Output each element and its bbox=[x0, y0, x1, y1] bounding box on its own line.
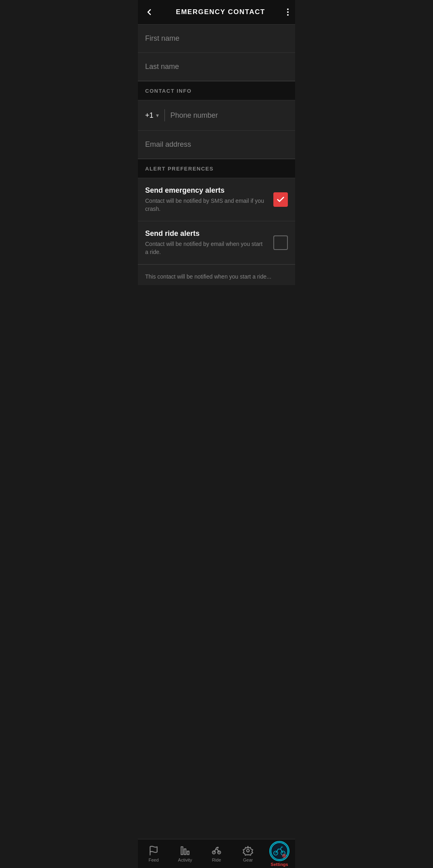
svg-rect-2 bbox=[184, 849, 186, 854]
svg-rect-3 bbox=[187, 851, 189, 855]
feed-icon bbox=[148, 845, 159, 856]
ride-label: Ride bbox=[212, 858, 221, 862]
partial-next-section: This contact will be notified when you s… bbox=[138, 264, 295, 285]
ride-alerts-content: Send ride alerts Contact will be notifie… bbox=[145, 229, 273, 256]
svg-point-7 bbox=[247, 849, 250, 852]
partial-section-text: This contact will be notified when you s… bbox=[145, 273, 288, 281]
nav-item-activity[interactable]: Activity bbox=[169, 839, 201, 868]
nav-item-feed[interactable]: Feed bbox=[138, 839, 169, 868]
last-name-field[interactable] bbox=[138, 53, 295, 81]
app-header: EMERGENCY CONTACT bbox=[138, 0, 295, 24]
cycling-chill-logo bbox=[269, 841, 289, 861]
more-button[interactable] bbox=[287, 8, 289, 16]
gear-icon bbox=[243, 845, 253, 856]
alert-preferences-section-header: ALERT PREFERENCES bbox=[138, 159, 295, 178]
bottom-navigation: Feed Activity Ride Gear bbox=[138, 839, 295, 868]
ride-alerts-item: Send ride alerts Contact will be notifie… bbox=[138, 221, 295, 264]
activity-label: Activity bbox=[178, 858, 192, 862]
back-button[interactable] bbox=[144, 7, 154, 17]
ride-alerts-checkbox[interactable] bbox=[273, 235, 288, 250]
gear-label: Gear bbox=[243, 858, 253, 862]
svg-rect-1 bbox=[181, 847, 183, 855]
last-name-input[interactable] bbox=[145, 62, 288, 71]
main-content: CONTACT INFO +1 ▾ ALERT PREFERENCES Send… bbox=[138, 25, 295, 839]
activity-icon bbox=[180, 845, 190, 856]
page-title: EMERGENCY CONTACT bbox=[176, 8, 265, 16]
emergency-alerts-desc: Contact will be notified by SMS and emai… bbox=[145, 197, 267, 213]
country-code-selector[interactable]: +1 ▾ bbox=[145, 111, 164, 120]
emergency-alerts-checkbox[interactable] bbox=[273, 192, 288, 207]
chevron-down-icon: ▾ bbox=[156, 112, 159, 119]
ride-alerts-title: Send ride alerts bbox=[145, 229, 267, 238]
phone-number-input[interactable] bbox=[171, 111, 288, 120]
contact-info-section-header: CONTACT INFO bbox=[138, 81, 295, 100]
email-field[interactable] bbox=[138, 131, 295, 159]
first-name-field[interactable] bbox=[138, 25, 295, 53]
nav-item-ride[interactable]: Ride bbox=[201, 839, 232, 868]
contact-info-label: CONTACT INFO bbox=[145, 88, 192, 94]
svg-point-6 bbox=[217, 847, 218, 848]
nav-item-gear[interactable]: Gear bbox=[232, 839, 264, 868]
ride-icon bbox=[211, 845, 222, 856]
svg-point-12 bbox=[283, 855, 285, 857]
phone-field[interactable]: +1 ▾ bbox=[138, 100, 295, 131]
ride-alerts-desc: Contact will be notified by email when y… bbox=[145, 240, 267, 256]
feed-label: Feed bbox=[148, 858, 158, 862]
country-code-value: +1 bbox=[145, 111, 154, 120]
emergency-alerts-item: Send emergency alerts Contact will be no… bbox=[138, 178, 295, 221]
first-name-input[interactable] bbox=[145, 34, 288, 43]
phone-field-divider bbox=[164, 109, 165, 121]
emergency-alerts-content: Send emergency alerts Contact will be no… bbox=[145, 186, 273, 213]
alert-preferences-label: ALERT PREFERENCES bbox=[145, 166, 214, 172]
email-input[interactable] bbox=[145, 140, 288, 149]
emergency-alerts-title: Send emergency alerts bbox=[145, 186, 267, 195]
settings-label: Settings bbox=[271, 862, 288, 867]
nav-item-settings[interactable]: Settings bbox=[264, 839, 295, 868]
